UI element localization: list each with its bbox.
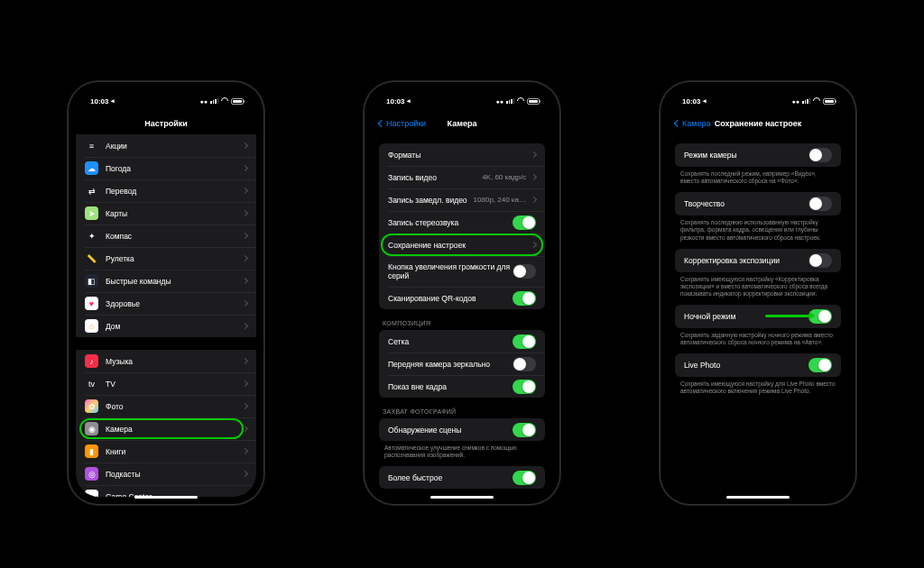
chevron-right-icon <box>242 471 248 477</box>
row-label: Корректировка экспозиции <box>684 256 808 265</box>
toggle[interactable] <box>513 215 536 230</box>
chevron-right-icon <box>242 323 248 329</box>
location-icon: ◂ <box>407 97 411 105</box>
camera-row[interactable]: Запись стереозвука <box>379 211 545 234</box>
settings-row-maps[interactable]: ➤Карты <box>76 202 256 224</box>
back-button[interactable]: Настройки <box>379 113 426 134</box>
navbar: Настройки <box>76 113 256 134</box>
settings-row-podcasts[interactable]: ◎Подкасты <box>76 463 256 485</box>
toggle[interactable] <box>513 357 536 371</box>
settings-row-shortcuts[interactable]: ◧Быстрые команды <box>76 270 256 292</box>
camera-row[interactable]: Запись видео4K, 60 кадр/с <box>379 166 545 188</box>
content[interactable]: Режим камерыСохранять последний режим, н… <box>668 134 848 497</box>
toggle[interactable] <box>808 148 832 162</box>
arrow-icon <box>765 315 814 317</box>
settings-row-weather[interactable]: ☁Погода <box>76 157 256 179</box>
nav-title: Настройки <box>144 119 187 128</box>
content[interactable]: ≡Акции☁Погода⇄Перевод➤Карты✦Компас📏Рулет… <box>76 134 256 497</box>
camera-group-1: ФорматыЗапись видео4K, 60 кадр/сЗапись з… <box>379 143 545 309</box>
nav-title: Камера <box>448 119 477 128</box>
back-label: Настройки <box>386 119 426 128</box>
row-label: Акции <box>106 142 243 151</box>
chevron-right-icon <box>242 358 248 364</box>
weather-icon: ☁ <box>85 161 98 175</box>
camera-row[interactable]: Сетка <box>379 330 545 353</box>
preserve-row[interactable]: Live Photo <box>675 353 841 377</box>
preserve-group: Ночной режим <box>675 305 841 328</box>
preserve-row[interactable]: Ночной режим <box>675 305 841 328</box>
settings-row-tv[interactable]: tvTV <box>76 372 256 395</box>
status-time: 10:03 <box>90 97 108 105</box>
toggle[interactable] <box>513 380 536 394</box>
camera-row[interactable]: Более быстрое <box>379 466 545 489</box>
settings-row-measure[interactable]: 📏Рулетка <box>76 247 256 270</box>
toggle[interactable] <box>513 291 536 306</box>
camera-row[interactable]: Передняя камера зеркально <box>379 353 545 375</box>
settings-row-stocks[interactable]: ≡Акции <box>76 134 256 157</box>
back-button[interactable]: Камера <box>675 113 710 134</box>
chevron-right-icon <box>242 165 248 171</box>
location-icon: ◂ <box>111 97 115 105</box>
status-right: ●● <box>496 97 540 105</box>
preserve-group: Live Photo <box>675 353 841 377</box>
chevron-right-icon <box>242 278 248 284</box>
camera-row[interactable]: Обнаружение сцены <box>379 418 545 441</box>
settings-row-compass[interactable]: ✦Компас <box>76 224 256 247</box>
settings-row-photos[interactable]: ✿Фото <box>76 395 256 417</box>
toggle[interactable] <box>808 253 832 268</box>
books-icon: ▮ <box>85 444 98 458</box>
content[interactable]: ФорматыЗапись видео4K, 60 кадр/сЗапись з… <box>372 134 552 497</box>
camera-row[interactable]: Сканирование QR-кодов <box>379 287 545 309</box>
location-icon: ◂ <box>703 97 707 105</box>
toggle[interactable] <box>513 334 536 349</box>
camera-row[interactable]: Показ вне кадра <box>379 375 545 398</box>
camera-group-capture: Обнаружение сцены <box>379 418 545 441</box>
preserve-group: Корректировка экспозиции <box>675 249 841 272</box>
screen-camera: 10:03◂ ●● Настройки Камера ФорматыЗапись… <box>372 89 552 497</box>
row-detail: 1080p, 240 ка… <box>474 196 526 204</box>
preserve-row[interactable]: Корректировка экспозиции <box>675 249 841 272</box>
row-label: Книги <box>106 447 243 456</box>
camera-row[interactable]: Кнопка увеличения громкости для серий <box>379 256 545 287</box>
notch <box>124 82 208 98</box>
chevron-right-icon <box>242 403 248 409</box>
settings-row-home[interactable]: ⌂Дом <box>76 315 256 337</box>
phone-camera: 10:03◂ ●● Настройки Камера ФорматыЗапись… <box>364 81 560 505</box>
toggle[interactable] <box>513 471 536 485</box>
row-label: Компас <box>106 232 243 241</box>
toggle[interactable] <box>808 358 832 372</box>
settings-row-camera[interactable]: ◉Камера <box>76 417 256 440</box>
settings-row-music[interactable]: ♪Музыка <box>76 350 256 372</box>
toggle[interactable] <box>513 264 536 279</box>
settings-row-books[interactable]: ▮Книги <box>76 440 256 463</box>
home-indicator[interactable] <box>134 496 198 499</box>
row-label: Кнопка увеличения громкости для серий <box>388 262 513 280</box>
row-label: Быстрые команды <box>106 277 243 286</box>
row-label: Запись замедл. видео <box>388 196 474 205</box>
health-icon: ♥ <box>85 297 98 310</box>
settings-row-health[interactable]: ♥Здоровье <box>76 292 256 315</box>
notch <box>716 82 800 98</box>
chevron-right-icon <box>531 151 537 158</box>
chevron-right-icon <box>242 448 248 454</box>
preserve-row[interactable]: Творчество <box>675 192 841 215</box>
music-icon: ♪ <box>85 354 98 368</box>
camera-row[interactable]: Форматы <box>379 143 545 166</box>
row-label: Камера <box>106 425 243 434</box>
row-footer: Сохранять имеющуюся настройку для Live P… <box>668 377 848 402</box>
camera-group-4: Более быстрое <box>379 466 545 489</box>
toggle[interactable] <box>808 197 832 211</box>
camera-row[interactable]: Сохранение настроек <box>379 234 545 256</box>
settings-row-translate[interactable]: ⇄Перевод <box>76 179 256 202</box>
home-indicator[interactable] <box>726 496 790 499</box>
chevron-left-icon <box>674 120 681 127</box>
row-label: Запись стереозвука <box>388 218 513 227</box>
home-indicator[interactable] <box>430 496 494 499</box>
preserve-row[interactable]: Режим камеры <box>675 143 841 167</box>
translate-icon: ⇄ <box>85 184 98 197</box>
row-label: Сканирование QR-кодов <box>388 294 513 303</box>
row-footer: Сохранять заданную настройку ночного реж… <box>668 328 848 353</box>
toggle[interactable] <box>513 423 536 437</box>
podcasts-icon: ◎ <box>85 467 98 481</box>
camera-row[interactable]: Запись замедл. видео1080p, 240 ка… <box>379 188 545 211</box>
